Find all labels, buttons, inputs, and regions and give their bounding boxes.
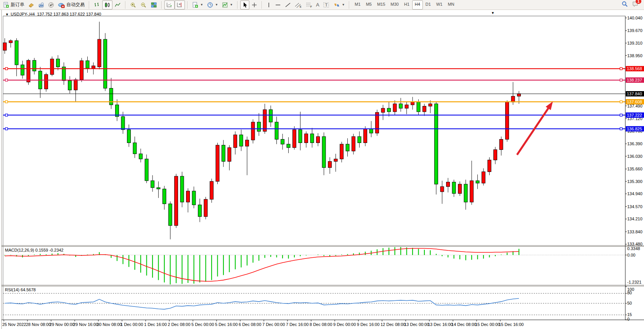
price-tick-label: 140.040: [627, 16, 642, 20]
timeframe-button-h1[interactable]: H1: [401, 0, 412, 10]
macd-axis-max: 0.3348: [627, 246, 640, 251]
timeframe-button-m15[interactable]: M15: [374, 0, 388, 10]
candle-bearish: [281, 139, 284, 144]
broadcast-icon: [48, 2, 54, 8]
time-tick-label: 5 Dec 00:00: [191, 322, 214, 327]
line-handle[interactable]: [5, 128, 8, 130]
arrows-tool-button[interactable]: ▼: [332, 0, 347, 10]
candle-bullish: [316, 136, 320, 143]
candle-bearish: [239, 135, 243, 146]
candle-bearish: [299, 130, 302, 143]
chart-title: ▼USDJPY-,H4 137.752 137.863 137.622 137.…: [5, 12, 101, 16]
crosshair-tool-button[interactable]: [249, 0, 259, 10]
time-tick-label: 8 Dec 08:00: [310, 322, 332, 327]
line-handle[interactable]: [5, 67, 8, 70]
broadcast-button[interactable]: [46, 0, 56, 10]
notifications-button[interactable]: 1: [632, 1, 639, 9]
candle-bearish: [157, 188, 160, 189]
search-icon[interactable]: [622, 1, 628, 9]
chevron-down-icon: ▼: [230, 3, 233, 6]
candlestick-mode-button[interactable]: [102, 0, 112, 10]
chart-menu-arrow-icon[interactable]: ▼: [491, 11, 495, 15]
zoom-out-button[interactable]: [138, 0, 149, 10]
timeframe-button-mn[interactable]: MN: [445, 0, 457, 10]
time-tick-label: 13 Dec 16:00: [428, 322, 453, 327]
channel-tool-button[interactable]: E: [293, 0, 304, 10]
macd-axis-min: -1.2321: [627, 280, 641, 284]
zoom-in-button[interactable]: [128, 0, 138, 10]
price-badge-label: 138.568: [627, 66, 642, 71]
new-order-button[interactable]: 新订单: [1, 0, 26, 10]
timeframe-button-w1[interactable]: W1: [434, 0, 445, 10]
market-watch-icon: [28, 2, 34, 8]
line-handle[interactable]: [5, 114, 8, 116]
chevron-down-icon: ▼: [215, 3, 218, 6]
terminal-icon: [38, 2, 44, 8]
line-handle[interactable]: [620, 128, 622, 130]
line-handle[interactable]: [5, 101, 8, 103]
arrows-icon: [334, 2, 340, 8]
text-tool-button[interactable]: A: [314, 0, 321, 10]
timeframe-button-m5[interactable]: M5: [363, 0, 374, 10]
line-handle[interactable]: [620, 101, 622, 103]
toolbar-separator: [161, 1, 162, 9]
price-tick-label: 139.670: [627, 28, 642, 33]
price-chart-svg[interactable]: 140.040139.670139.310138.950137.490137.1…: [0, 10, 644, 329]
candle-bullish: [80, 61, 84, 80]
new-chart-button[interactable]: ▼: [190, 0, 205, 10]
toolbar-separator: [262, 1, 262, 9]
timeframe-button-m1[interactable]: M1: [352, 0, 363, 10]
macd-axis-zero: 0.00: [627, 253, 635, 257]
trendline-tool-button[interactable]: [283, 0, 293, 10]
auto-scroll-button[interactable]: [164, 0, 175, 10]
timeframe-button-h4[interactable]: H4: [412, 0, 423, 10]
candle-bullish: [511, 96, 515, 102]
candle-bullish: [458, 184, 462, 193]
chart-shift-button[interactable]: [175, 0, 185, 10]
cursor-tool-button[interactable]: [240, 0, 249, 10]
candle-bullish: [506, 102, 509, 140]
candle-bullish: [488, 160, 491, 172]
bar-chart-mode-button[interactable]: [92, 0, 102, 10]
market-watch-button[interactable]: [26, 0, 36, 10]
candle-bearish: [145, 159, 148, 181]
horizontal-line-tool-button[interactable]: [273, 0, 283, 10]
candle-bearish: [121, 117, 125, 130]
indicators-button[interactable]: ▼: [220, 0, 235, 10]
line-chart-mode-button[interactable]: [112, 0, 123, 10]
terminal-button[interactable]: [36, 0, 46, 10]
line-handle[interactable]: [5, 79, 8, 81]
line-handle[interactable]: [620, 67, 622, 70]
timeframe-button-d1[interactable]: D1: [423, 0, 434, 10]
price-tick-label: 135.660: [627, 167, 642, 171]
candle-bullish: [293, 130, 296, 148]
time-tick-label: 7 Dec 16:00: [286, 322, 308, 327]
time-tick-label: 1 Dec 16:00: [144, 322, 167, 327]
autotrading-button[interactable]: 自动交易: [56, 0, 87, 10]
symbol-dropdown-icon[interactable]: ▼: [5, 13, 9, 16]
candle-bearish: [198, 205, 202, 217]
price-tick-label: 134.940: [627, 191, 642, 196]
text-tool-icon: A: [316, 2, 320, 8]
fibonacci-tool-button[interactable]: F: [304, 0, 314, 10]
chevron-down-icon: ▼: [342, 3, 345, 6]
timeframe-button-m30[interactable]: M30: [388, 0, 401, 10]
text-label-tool-button[interactable]: T: [321, 0, 332, 10]
price-badge-label: 137.840: [627, 91, 642, 96]
line-handle[interactable]: [620, 79, 622, 81]
candle-bearish: [169, 204, 172, 226]
vertical-line-tool-button[interactable]: [265, 0, 273, 10]
candle-bullish: [251, 122, 255, 140]
candle-bullish: [352, 136, 355, 151]
candle-bullish: [204, 199, 207, 217]
line-handle[interactable]: [620, 114, 622, 116]
candle-bearish: [56, 59, 60, 67]
time-tick-label: 13 Dec 00:00: [404, 322, 429, 327]
timeframe-group: M1M5M15M30H1H4D1W1MN: [351, 0, 458, 10]
candle-bullish: [423, 106, 426, 112]
new-chart-icon: [192, 2, 198, 8]
period-button[interactable]: ▼: [205, 0, 220, 10]
tile-windows-button[interactable]: [149, 0, 159, 10]
candle-bearish: [435, 104, 438, 184]
rsi-axis-label: 15: [627, 312, 632, 317]
